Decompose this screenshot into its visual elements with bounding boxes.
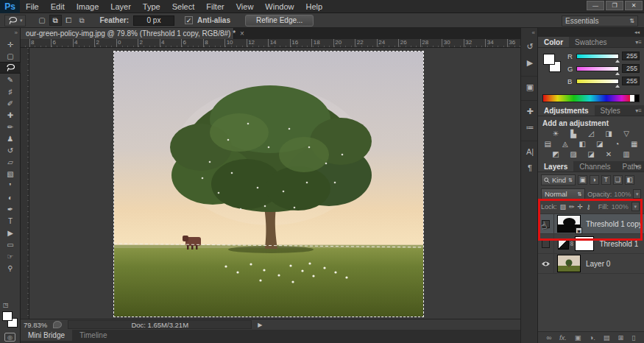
eye-icon[interactable] — [541, 261, 551, 267]
clone-stamp-tool[interactable]: ♟ — [0, 132, 21, 144]
adjustment-selective-color-icon[interactable]: ✕ — [604, 150, 615, 159]
close-button[interactable]: ✕ — [625, 1, 643, 10]
rectangular-marquee-tool[interactable]: ▢ — [0, 50, 21, 62]
add-layer-mask-icon[interactable]: ▣ — [575, 333, 581, 342]
opacity-dropdown-icon[interactable]: ▾ — [633, 189, 641, 199]
active-tool-preview[interactable]: ▾ — [4, 15, 26, 26]
lock-all-icon[interactable]: ⚷ — [586, 203, 591, 211]
adjustment-exposure-icon[interactable]: ◨ — [604, 130, 615, 138]
lock-transparency-icon[interactable]: ▨ — [560, 203, 567, 211]
red-slider-thumb[interactable] — [615, 60, 620, 63]
blue-slider-thumb[interactable] — [615, 85, 620, 88]
layer-thumbnail-photo[interactable] — [557, 255, 581, 272]
history-brush-tool[interactable]: ↺ — [0, 144, 21, 156]
quick-mask-icon[interactable]: ◎ — [4, 333, 15, 342]
menu-select[interactable]: Select — [166, 0, 201, 13]
menu-filter[interactable]: Filter — [200, 0, 230, 13]
tab-channels[interactable]: Channels — [573, 161, 616, 172]
lock-paint-icon[interactable]: ✏ — [569, 203, 575, 211]
canvas-area[interactable] — [29, 48, 520, 319]
layers-panel-menu-icon[interactable]: ▾≡ — [635, 163, 642, 170]
new-group-icon[interactable]: ▤ — [604, 333, 610, 342]
menu-edit[interactable]: Edit — [45, 0, 71, 13]
tab-adjustments[interactable]: Adjustments — [538, 105, 595, 116]
tab-close-icon[interactable]: × — [240, 29, 244, 38]
brush-presets-panel-icon[interactable]: ✚ — [521, 103, 539, 119]
subtract-selection-mode-icon[interactable]: ⧠ — [63, 15, 75, 26]
blur-tool[interactable]: ❜ — [0, 180, 21, 191]
intersect-selection-mode-icon[interactable]: ⧉ — [76, 15, 88, 26]
anti-alias-checkbox[interactable]: ✓ — [185, 16, 193, 24]
eraser-tool[interactable]: ▱ — [0, 156, 21, 168]
dodge-tool[interactable]: ◐ — [0, 191, 21, 203]
new-adjustment-layer-icon[interactable]: ◑. — [590, 333, 595, 342]
document-tab[interactable]: our-green-policy-img.jpg @ 79.8% (Thresh… — [21, 28, 234, 39]
restore-button[interactable]: ❐ — [606, 1, 623, 10]
threshold-adjustment-thumbnail[interactable] — [558, 238, 569, 250]
properties-panel-icon[interactable]: ▣ — [521, 79, 539, 95]
green-slider-thumb[interactable] — [615, 72, 620, 75]
spectrum-black-cap[interactable] — [634, 95, 639, 102]
green-value[interactable]: 255 — [622, 64, 640, 73]
tab-mini-bridge[interactable]: Mini Bridge — [21, 330, 72, 341]
tab-styles[interactable]: Styles — [595, 105, 626, 116]
layer-name[interactable]: Threshold 1 — [599, 240, 638, 248]
new-selection-mode-icon[interactable]: ▢ — [36, 15, 49, 26]
adjustment-posterize-icon[interactable]: ▨ — [568, 150, 579, 159]
visibility-cell[interactable] — [538, 234, 554, 253]
actions-panel-icon[interactable]: ▶ — [521, 54, 539, 71]
visibility-toggle-off[interactable] — [542, 240, 550, 248]
eyedropper-tool[interactable]: ✐ — [0, 97, 21, 109]
layer-row-layer-0[interactable]: Layer 0 — [538, 254, 644, 274]
adjustment-vibrance-icon[interactable]: ▽ — [621, 130, 632, 138]
type-tool[interactable]: T — [0, 215, 21, 227]
filter-smart-objects-icon[interactable]: ◧ — [625, 175, 634, 185]
vertical-ruler[interactable] — [21, 48, 29, 319]
layer-effects-icon[interactable]: fx. — [559, 333, 567, 342]
menu-file[interactable]: File — [20, 0, 45, 13]
menu-type[interactable]: Type — [137, 0, 166, 13]
filter-type-layers-icon[interactable]: T — [601, 175, 611, 185]
fill-dropdown-icon[interactable]: ▾ — [631, 202, 640, 211]
rectangle-tool[interactable]: ▭ — [0, 238, 21, 250]
visibility-toggle-off[interactable] — [542, 220, 550, 228]
lock-position-icon[interactable]: ✛ — [578, 203, 584, 211]
foreground-color-swatch[interactable] — [2, 311, 13, 321]
layer-thumbnail-threshold-copy[interactable]: ▣ — [557, 215, 581, 233]
layer-row-threshold-1-copy[interactable]: ▣ Threshold 1 copy — [538, 214, 644, 234]
crop-tool[interactable]: ♯ — [0, 85, 21, 97]
filter-shape-layers-icon[interactable]: ❏ — [613, 175, 623, 185]
zoom-tool[interactable]: ⚲ — [0, 262, 21, 274]
paragraph-panel-icon[interactable]: ¶ — [521, 160, 539, 176]
horizontal-ruler[interactable]: 8 6 4 2 0 2 4 6 8 10 12 14 16 18 20 22 2… — [21, 39, 520, 48]
color-spectrum-bar[interactable] — [542, 94, 640, 102]
menu-layer[interactable]: Layer — [105, 0, 137, 13]
filter-adjustment-layers-icon[interactable]: ◑ — [590, 175, 599, 185]
layer-name[interactable]: Layer 0 — [586, 260, 610, 268]
strip-collapse-icon[interactable]: « — [521, 28, 537, 38]
quick-selection-tool[interactable]: ✎ — [0, 74, 21, 85]
adjustment-photo-filter-icon[interactable]: ◪ — [595, 140, 606, 149]
doc-size-info[interactable]: Doc: 1.65M/3.21M — [68, 320, 252, 329]
brush-tool[interactable]: ✏ — [0, 121, 21, 132]
blue-slider[interactable] — [576, 79, 618, 84]
feather-input[interactable]: 0 px — [133, 15, 174, 26]
minimize-button[interactable]: — — [587, 1, 604, 10]
layer-filter-kind-dropdown[interactable]: Kind ⇅ — [541, 174, 576, 185]
menu-image[interactable]: Image — [71, 0, 105, 13]
toolbar-collapse-icon[interactable]: » — [0, 28, 20, 38]
character-panel-icon[interactable]: A| — [521, 144, 539, 160]
history-panel-icon[interactable]: ↺ — [521, 38, 539, 54]
new-layer-icon[interactable]: ⊞ — [618, 333, 624, 342]
tab-color[interactable]: Color — [538, 37, 569, 47]
spot-healing-tool[interactable]: ✚ — [0, 109, 21, 121]
pen-tool[interactable]: ✒ — [0, 203, 21, 215]
fill-value[interactable]: 100% — [612, 203, 629, 211]
filter-pixel-layers-icon[interactable]: ▣ — [578, 175, 587, 185]
adjustment-hue-saturation-icon[interactable]: ▤ — [542, 140, 553, 149]
add-selection-mode-icon[interactable]: ⧉ — [49, 15, 62, 26]
status-arrow-icon[interactable]: ▶ — [258, 322, 262, 328]
menu-view[interactable]: View — [230, 0, 260, 13]
lasso-tool[interactable] — [0, 62, 21, 74]
hand-tool[interactable]: ☞ — [0, 250, 21, 262]
